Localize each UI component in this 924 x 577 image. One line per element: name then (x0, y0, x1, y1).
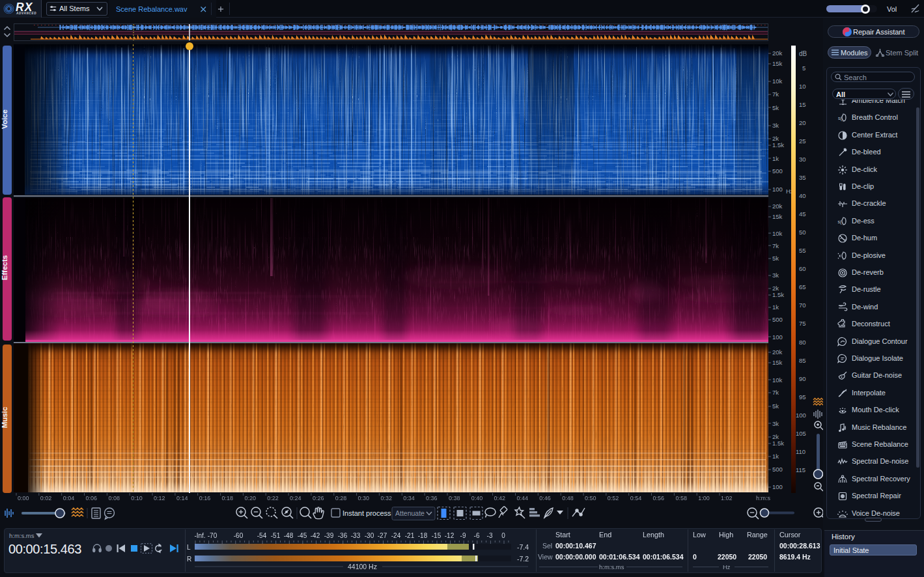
svg-text:5k: 5k (772, 104, 779, 111)
svg-text:45: 45 (799, 210, 806, 218)
svg-text:1k: 1k (772, 155, 779, 162)
svg-text:0:26: 0:26 (313, 495, 324, 501)
svg-text:3k: 3k (772, 122, 779, 129)
svg-text:44100 Hz: 44100 Hz (348, 563, 377, 570)
svg-text:0:38: 0:38 (449, 495, 460, 501)
svg-text:110: 110 (796, 448, 805, 455)
svg-text:55: 55 (799, 247, 806, 254)
svg-text:-36: -36 (338, 532, 348, 539)
svg-text:0:02: 0:02 (40, 495, 52, 501)
svg-text:-30: -30 (365, 532, 374, 539)
svg-text:L: L (187, 544, 191, 551)
svg-text:0:10: 0:10 (131, 495, 143, 501)
svg-text:1.5k: 1.5k (772, 291, 784, 298)
svg-text:0:22: 0:22 (267, 495, 279, 501)
svg-text:0:08: 0:08 (108, 495, 120, 501)
svg-text:dB: dB (799, 50, 807, 57)
svg-text:90: 90 (799, 375, 806, 382)
svg-text:-Inf.: -Inf. (194, 532, 205, 539)
svg-text:0:56: 0:56 (653, 495, 665, 501)
svg-text:-9: -9 (460, 532, 466, 539)
svg-text:115: 115 (796, 466, 805, 473)
svg-text:500: 500 (772, 167, 783, 175)
svg-text:500: 500 (772, 466, 783, 473)
svg-text:-48: -48 (284, 532, 294, 539)
svg-text:50: 50 (799, 229, 806, 236)
svg-text:15k: 15k (772, 359, 783, 366)
svg-text:10k: 10k (772, 77, 783, 85)
svg-text:0:30: 0:30 (358, 495, 370, 501)
svg-text:-18: -18 (418, 532, 428, 539)
svg-text:0:46: 0:46 (539, 495, 551, 501)
svg-text:3k: 3k (772, 420, 779, 427)
svg-text:100: 100 (772, 483, 783, 490)
svg-text:60: 60 (799, 265, 806, 272)
svg-text:15k: 15k (772, 213, 783, 220)
svg-text:20k: 20k (772, 203, 783, 210)
svg-text:-7.2: -7.2 (517, 555, 529, 563)
svg-text:20: 20 (799, 119, 806, 126)
svg-text:1:02: 1:02 (721, 495, 733, 501)
svg-text:5k: 5k (772, 255, 779, 262)
svg-text:20k: 20k (772, 49, 783, 57)
svg-text:-54: -54 (257, 532, 267, 539)
svg-text:-15: -15 (432, 532, 441, 539)
svg-text:0:50: 0:50 (585, 495, 596, 501)
svg-text:-21: -21 (405, 532, 415, 539)
svg-text:s(: s( (838, 219, 843, 225)
svg-text:0:54: 0:54 (630, 495, 642, 501)
svg-text:7k: 7k (772, 389, 779, 396)
svg-text:1.5k: 1.5k (772, 440, 784, 447)
svg-text:100: 100 (772, 333, 783, 341)
svg-text:0:44: 0:44 (517, 495, 529, 501)
svg-text:100: 100 (772, 186, 783, 193)
svg-text:0:32: 0:32 (380, 495, 392, 501)
svg-text:15k: 15k (772, 60, 783, 67)
svg-text:35: 35 (799, 174, 806, 181)
svg-text:-60: -60 (234, 532, 244, 539)
svg-text:-70: -70 (208, 532, 217, 539)
svg-text:-27: -27 (378, 532, 387, 539)
svg-text:-42: -42 (311, 532, 320, 539)
svg-text:0:24: 0:24 (290, 495, 301, 501)
svg-text:1:00: 1:00 (698, 495, 710, 501)
svg-text:-7.4: -7.4 (517, 543, 529, 551)
svg-text:1k: 1k (772, 453, 779, 460)
svg-text:0:16: 0:16 (199, 495, 211, 501)
svg-text:65: 65 (799, 283, 806, 290)
svg-text:-45: -45 (298, 532, 307, 539)
svg-text:75: 75 (799, 320, 806, 327)
svg-text:500: 500 (772, 316, 783, 323)
svg-text:105: 105 (796, 430, 806, 437)
svg-text:0:58: 0:58 (675, 495, 687, 501)
svg-text:25: 25 (799, 137, 806, 145)
svg-text:0:34: 0:34 (403, 495, 415, 501)
svg-text:-12: -12 (445, 532, 455, 539)
svg-text:10k: 10k (772, 376, 783, 384)
svg-text:0:36: 0:36 (426, 495, 438, 501)
svg-text:R: R (187, 556, 191, 563)
svg-text:20k: 20k (772, 348, 783, 356)
svg-text:30: 30 (799, 156, 806, 163)
svg-text:0:42: 0:42 (494, 495, 506, 501)
svg-text:10k: 10k (772, 230, 783, 237)
svg-text:-39: -39 (324, 532, 334, 539)
svg-text:Instant process: Instant process (343, 509, 391, 517)
svg-text:0:18: 0:18 (222, 495, 234, 501)
svg-text:0:14: 0:14 (176, 495, 188, 501)
svg-text:3k: 3k (772, 272, 779, 279)
svg-text:7k: 7k (772, 242, 779, 249)
svg-text:10: 10 (799, 83, 806, 90)
svg-text:0:48: 0:48 (562, 495, 574, 501)
svg-text:0: 0 (501, 532, 505, 539)
svg-text:-24: -24 (391, 532, 401, 539)
svg-text:0:04: 0:04 (63, 495, 75, 501)
svg-text:-6: -6 (474, 532, 480, 539)
svg-text:85: 85 (799, 357, 806, 364)
svg-text:-33: -33 (351, 532, 361, 539)
svg-text:0:12: 0:12 (154, 495, 165, 501)
svg-text:5: 5 (802, 64, 805, 72)
svg-text:40: 40 (799, 192, 806, 199)
svg-text:1k: 1k (772, 303, 779, 311)
svg-text:1.5k: 1.5k (772, 141, 784, 148)
